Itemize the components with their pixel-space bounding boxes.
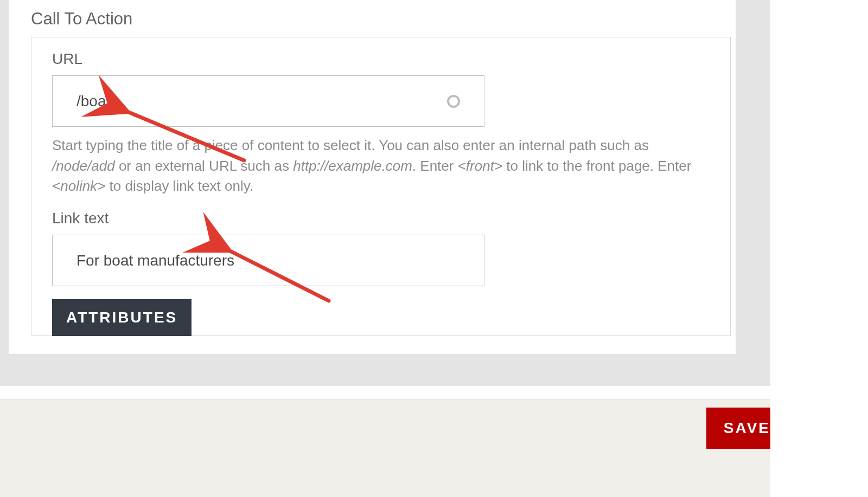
right-gutter: [770, 0, 868, 497]
cta-fieldset: URL Start typing the title of a piece of…: [31, 37, 731, 336]
help-text-italic: http://example.com: [293, 158, 412, 174]
section-title: Call To Action: [31, 9, 132, 29]
help-text-italic: /node/add: [52, 158, 115, 174]
help-text-segment: . Enter: [412, 158, 458, 174]
url-label: URL: [52, 50, 710, 68]
linktext-input[interactable]: [76, 235, 456, 286]
attributes-button[interactable]: ATTRIBUTES: [52, 299, 192, 336]
url-input[interactable]: [76, 76, 456, 126]
loading-spinner-icon: [447, 95, 460, 108]
help-text-segment: or an external URL such as: [115, 158, 293, 174]
linktext-input-wrap: [52, 235, 484, 286]
help-text-segment: Start typing the title of a piece of con…: [52, 137, 649, 153]
help-text-italic: <front>: [458, 158, 502, 174]
url-help-text: Start typing the title of a piece of con…: [52, 135, 709, 197]
url-input-wrap: [52, 75, 484, 127]
help-text-italic: <nolink>: [52, 178, 105, 194]
help-text-segment: to link to the front page. Enter: [502, 158, 691, 174]
form-card: Call To Action URL Start typing the titl…: [9, 0, 736, 354]
help-text-segment: to display link text only.: [105, 178, 253, 194]
linktext-label: Link text: [52, 210, 710, 227]
